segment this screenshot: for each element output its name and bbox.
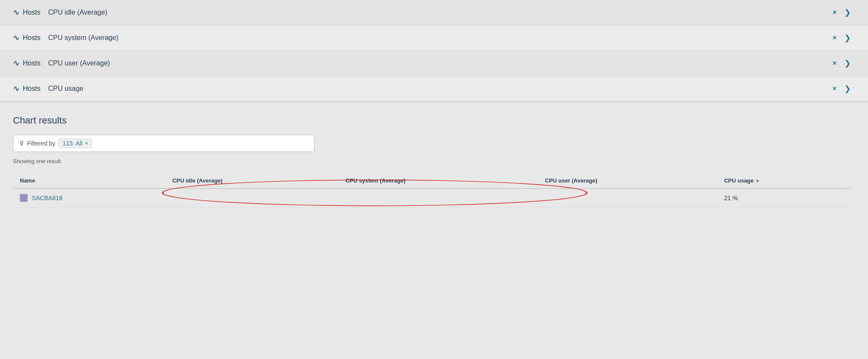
col-header-cpu-system: CPU system (Average) — [339, 173, 538, 189]
metric-label: Hosts CPU idle (Average) — [23, 9, 107, 16]
metric-left: ∿ Hosts CPU user (Average) — [13, 59, 110, 68]
metric-left: ∿ Hosts CPU system (Average) — [13, 33, 118, 43]
metric-row-cpu-usage: ∿ Hosts CPU usage × ❯ — [0, 76, 868, 102]
metric-expand-button[interactable]: ❯ — [844, 33, 851, 43]
metric-name: CPU user (Average) — [48, 59, 110, 67]
filter-tag-number: 115: All — [62, 140, 82, 147]
metric-chart-icon: ∿ — [13, 84, 19, 93]
col-header-cpu-idle: CPU idle (Average) — [165, 173, 339, 189]
metric-expand-button[interactable]: ❯ — [844, 84, 851, 93]
metric-expand-button[interactable]: ❯ — [844, 8, 851, 17]
metric-entity: Hosts — [23, 85, 40, 92]
metric-remove-button[interactable]: × — [833, 34, 837, 42]
cpu-usage-cell: 21 % — [717, 189, 851, 207]
host-link[interactable]: SACBA818 — [32, 195, 62, 201]
cpu-system-cell — [339, 189, 538, 207]
results-table-wrapper: NameCPU idle (Average)CPU system (Averag… — [13, 173, 851, 207]
cpu-user-cell — [538, 189, 717, 207]
metric-remove-button[interactable]: × — [833, 59, 837, 67]
metric-entity: Hosts — [23, 59, 40, 67]
metric-row-cpu-user: ∿ Hosts CPU user (Average) × ❯ — [0, 51, 868, 76]
metric-actions: × ❯ — [833, 84, 851, 93]
metric-label: Hosts CPU system (Average) — [23, 34, 118, 42]
metric-entity: Hosts — [23, 9, 40, 16]
filter-label: Filtered by — [27, 140, 55, 147]
metric-label: Hosts CPU user (Average) — [23, 59, 110, 67]
metric-row-cpu-idle: ∿ Hosts CPU idle (Average) × ❯ — [0, 0, 868, 25]
metric-actions: × ❯ — [833, 33, 851, 43]
filter-tag-close-button[interactable]: × — [85, 140, 88, 146]
metric-actions: × ❯ — [833, 8, 851, 17]
metric-chart-icon: ∿ — [13, 59, 19, 68]
showing-text: Showing one result. — [13, 158, 851, 164]
metrics-list: ∿ Hosts CPU idle (Average) × ❯ ∿ Hosts C… — [0, 0, 868, 102]
metric-name: CPU usage — [48, 85, 84, 92]
filter-bar: ⊽ Filtered by 115: All × — [13, 135, 314, 152]
host-color-indicator — [20, 194, 28, 202]
metric-remove-button[interactable]: × — [833, 9, 837, 16]
metric-entity: Hosts — [23, 34, 40, 41]
metric-remove-button[interactable]: × — [833, 85, 837, 93]
metric-left: ∿ Hosts CPU usage — [13, 84, 84, 93]
col-header-cpu-usage[interactable]: CPU usage▼ — [717, 173, 851, 189]
metric-actions: × ❯ — [833, 59, 851, 68]
chart-results-section: Chart results ⊽ Filtered by 115: All × S… — [0, 102, 868, 216]
table-row: SACBA818 21 % — [13, 189, 851, 207]
cpu-idle-cell — [165, 189, 339, 207]
col-header-name: Name — [13, 173, 165, 189]
metric-chart-icon: ∿ — [13, 33, 19, 43]
metric-name: CPU idle (Average) — [48, 9, 108, 16]
metric-label: Hosts CPU usage — [23, 85, 84, 93]
sort-icon: ▼ — [756, 179, 760, 183]
metric-chart-icon: ∿ — [13, 8, 19, 17]
filter-tag: 115: All × — [59, 139, 92, 148]
results-table: NameCPU idle (Average)CPU system (Averag… — [13, 173, 851, 207]
chart-results-title: Chart results — [13, 115, 851, 126]
host-name-content: SACBA818 — [20, 194, 159, 202]
col-header-cpu-user: CPU user (Average) — [538, 173, 717, 189]
host-name-cell: SACBA818 — [13, 189, 165, 207]
metric-row-cpu-system: ∿ Hosts CPU system (Average) × ❯ — [0, 25, 868, 51]
metric-expand-button[interactable]: ❯ — [844, 59, 851, 68]
metric-left: ∿ Hosts CPU idle (Average) — [13, 8, 107, 17]
metric-name: CPU system (Average) — [48, 34, 118, 41]
filter-icon: ⊽ — [19, 140, 24, 147]
results-table-body: SACBA818 21 % — [13, 189, 851, 207]
results-table-header: NameCPU idle (Average)CPU system (Averag… — [13, 173, 851, 189]
results-table-header-row: NameCPU idle (Average)CPU system (Averag… — [13, 173, 851, 189]
